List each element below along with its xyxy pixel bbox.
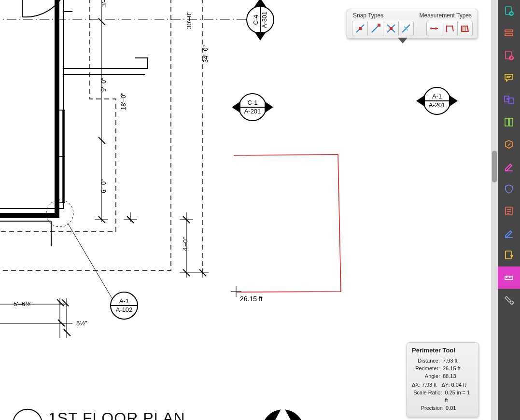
callout-c1-arrow-l (232, 101, 240, 113)
svg-rect-35 (359, 27, 362, 30)
perimeter-label: Perimeter: (412, 364, 440, 372)
callout-top: A-1 (119, 298, 129, 305)
measure-button[interactable] (498, 266, 520, 289)
add-document-button[interactable] (498, 44, 520, 67)
svg-line-15 (98, 137, 105, 144)
svg-line-26 (64, 329, 70, 336)
distance-label: Distance: (412, 357, 440, 364)
svg-point-46 (446, 30, 447, 32)
callout-c4: C-4 A-301 (246, 6, 274, 34)
shield-button[interactable] (498, 178, 520, 200)
compare-button[interactable] (498, 111, 520, 133)
scale-value: 0.25 in = 1 ft (445, 389, 474, 404)
callout-a1-bottom: A-1 A-102 (110, 292, 138, 320)
svg-rect-60 (505, 96, 509, 102)
svg-rect-58 (506, 51, 511, 59)
svg-rect-56 (505, 30, 513, 32)
snap-measure-panel: Snap Types Measurement Types (347, 9, 478, 39)
callout-top: C-4 (253, 15, 259, 25)
svg-point-44 (430, 28, 432, 29)
callout-a1r-arrow-r (449, 95, 458, 107)
snap-midpoint-button[interactable] (367, 21, 383, 36)
precision-label: Precision (412, 404, 443, 412)
angle-value: 88.13 (443, 372, 456, 380)
svg-marker-45 (436, 27, 438, 30)
comment-button[interactable] (498, 67, 520, 89)
measure-distance-button[interactable] (426, 21, 442, 36)
form-button[interactable] (498, 22, 520, 44)
perimeter-title: Perimeter Tool (412, 347, 474, 354)
snap-type-buttons (352, 21, 414, 36)
callout-top: C-1 (248, 99, 258, 106)
svg-point-59 (509, 56, 514, 60)
dim-34: 34'–0" (202, 45, 209, 63)
svg-rect-40 (390, 27, 393, 30)
dim-6: 6'–0" (100, 179, 107, 193)
dy-value: 0.04 ft (451, 382, 466, 388)
callout-a1-right: A-1 A-201 (423, 87, 451, 115)
export-button[interactable] (498, 244, 520, 266)
svg-point-55 (509, 11, 514, 16)
scroll-thumb[interactable] (492, 151, 497, 182)
svg-rect-54 (506, 7, 511, 14)
snap-perpendicular-button[interactable] (398, 21, 414, 36)
sign-button[interactable] (498, 155, 520, 178)
callout-bottom: A-201 (429, 102, 446, 109)
dim-30: 30'–0" (185, 12, 193, 29)
dim-5-6: 5'–6½" (14, 300, 33, 308)
drawing-title: 1ST FLOOR PLAN (48, 409, 185, 420)
svg-line-25 (58, 320, 65, 326)
svg-rect-63 (509, 118, 513, 126)
svg-rect-57 (505, 34, 513, 36)
measure-perimeter-button[interactable] (442, 21, 457, 36)
dx-value: 7.93 ft (422, 382, 437, 388)
measurement-label: 26.15 ft (240, 295, 263, 303)
callout-bottom: A-301 (261, 12, 268, 28)
add-page-button[interactable] (498, 0, 520, 22)
svg-point-48 (451, 25, 453, 27)
edit-button[interactable] (498, 222, 520, 244)
svg-rect-64 (506, 207, 512, 215)
svg-rect-62 (505, 118, 508, 126)
callout-c4-arrow (254, 32, 266, 41)
snap-intersection-button[interactable] (383, 21, 398, 36)
report-button[interactable] (498, 200, 520, 222)
dim-18: 18'–0" (120, 93, 127, 110)
dy-label: ΔY: (441, 382, 450, 388)
callout-bottom: A-102 (116, 307, 133, 313)
angle-label: Angle: (412, 372, 440, 380)
svg-rect-61 (509, 98, 513, 104)
snap-endpoint-button[interactable] (352, 21, 367, 36)
dim-3: 3'– (100, 0, 108, 7)
perimeter-tool-panel: Perimeter Tool Distance:7.93 ft Perimete… (407, 342, 479, 417)
dim-4: 4'–0" (182, 237, 189, 251)
settings-button[interactable] (498, 289, 520, 311)
vertical-scrollbar[interactable] (491, 0, 498, 420)
dim-5-5: 5½" (76, 320, 87, 327)
precision-value: 0.01 (446, 404, 456, 412)
distance-value: 7.93 ft (443, 357, 458, 364)
snap-types-header: Snap Types (353, 12, 383, 19)
scale-label: Scale Ratio: (412, 389, 442, 404)
callout-bottom: A-201 (244, 108, 261, 115)
callout-a1r-arrow-l (416, 95, 425, 107)
snap-panel-caret-icon (398, 38, 408, 43)
callout-c1-arrow-r (265, 101, 273, 113)
dx-label: ΔX: (412, 382, 421, 388)
callout-c1: C-1 A-201 (239, 93, 267, 121)
stamp-button[interactable] (498, 133, 520, 155)
callout-c4-arrow2 (254, 0, 266, 7)
measurement-type-buttons (426, 21, 473, 36)
transfer-button[interactable] (498, 89, 520, 111)
svg-rect-66 (505, 276, 513, 280)
measure-area-button[interactable] (457, 21, 473, 36)
measurement-types-header: Measurement Types (420, 12, 472, 19)
perimeter-value: 26.15 ft (443, 364, 461, 372)
svg-rect-37 (378, 24, 380, 27)
svg-point-67 (510, 301, 514, 305)
dim-9: 9'–0" (100, 78, 107, 92)
svg-line-30 (68, 223, 112, 298)
svg-rect-65 (506, 251, 511, 259)
right-toolbar (498, 0, 520, 420)
callout-top: A-1 (432, 93, 442, 100)
